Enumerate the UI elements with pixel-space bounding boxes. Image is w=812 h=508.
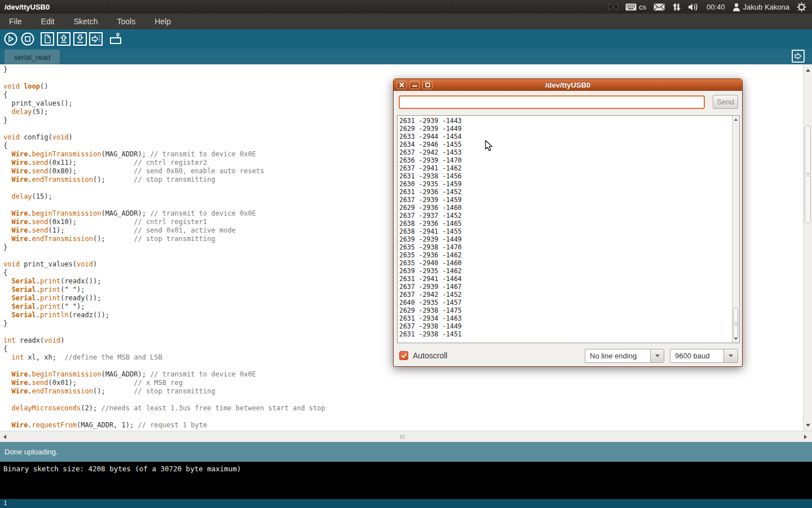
code-line: Wire.endTransmission(); // stop transmit… bbox=[3, 387, 803, 396]
menu-edit[interactable]: Edit bbox=[38, 15, 58, 28]
speaker-icon bbox=[688, 3, 699, 11]
serial-monitor-icon bbox=[108, 32, 123, 46]
baud-dropdown-button[interactable] bbox=[723, 349, 738, 363]
code-line: delayMicroseconds(2); //needs at least 1… bbox=[3, 404, 803, 413]
serial-data-row: 2631 -2941 -1464 bbox=[399, 275, 731, 283]
upload-icon bbox=[89, 32, 103, 46]
new-sketch-button[interactable] bbox=[41, 32, 54, 46]
minimize-button[interactable] bbox=[409, 81, 420, 89]
mail-indicator[interactable] bbox=[654, 3, 665, 11]
indicator-icon[interactable] bbox=[608, 3, 618, 11]
envelope-icon bbox=[654, 3, 665, 11]
send-button[interactable]: Send bbox=[713, 95, 738, 109]
maximize-icon bbox=[425, 82, 430, 87]
editor-vertical-scrollbar[interactable] bbox=[803, 64, 812, 431]
serial-scroll-up-arrow[interactable] bbox=[732, 116, 739, 123]
line-ending-value: No line ending bbox=[585, 349, 650, 363]
serial-monitor-controls: Autoscroll No line ending 9600 baud bbox=[394, 349, 742, 364]
system-tray: cs 00:40 Jakub Kakona bbox=[608, 2, 812, 12]
minimize-icon bbox=[412, 82, 417, 87]
clock[interactable]: 00:40 bbox=[707, 3, 725, 11]
window-title: /dev/ttyUSB0 bbox=[0, 3, 50, 11]
editor-horizontal-scrollbar[interactable] bbox=[0, 431, 812, 442]
menu-sketch[interactable]: Sketch bbox=[70, 15, 102, 28]
code-line: Wire.beginTransmission(MAG_ADDR); // tra… bbox=[3, 370, 803, 379]
close-button[interactable] bbox=[396, 81, 407, 89]
user-menu[interactable]: Jakub Kakona bbox=[732, 3, 789, 11]
tab-menu-button[interactable] bbox=[792, 50, 805, 63]
top-panel: /dev/ttyUSB0 cs 00:40 Jakub Kakona bbox=[0, 0, 812, 14]
serial-monitor-window: /dev/ttyUSB0 Send 2631 -2939 -14432629 -… bbox=[393, 78, 743, 367]
serial-scrollbar-thumb[interactable] bbox=[733, 308, 738, 339]
chevron-down-icon bbox=[655, 354, 660, 357]
serial-data-row: 2637 -2939 -1459 bbox=[399, 196, 731, 204]
stop-button[interactable] bbox=[20, 32, 35, 46]
serial-data-row: 2631 -2938 -1456 bbox=[399, 172, 731, 180]
scroll-up-arrow[interactable] bbox=[804, 65, 812, 75]
stop-icon bbox=[20, 32, 35, 46]
baud-rate-value: 9600 baud bbox=[670, 349, 723, 363]
serial-data-row: 2631 -2936 -1452 bbox=[399, 188, 731, 196]
status-bar: Done uploading. bbox=[0, 442, 812, 462]
status-message: Done uploading. bbox=[5, 448, 58, 456]
keyboard-layout-indicator[interactable]: cs bbox=[625, 3, 646, 11]
new-file-icon bbox=[41, 32, 54, 46]
serial-data-row: 2631 -2938 -1451 bbox=[399, 330, 731, 338]
mouse-cursor bbox=[485, 140, 493, 152]
open-sketch-button[interactable] bbox=[57, 32, 70, 46]
serial-data-row: 2638 -2941 -1455 bbox=[399, 227, 731, 235]
line-ending-dropdown-button[interactable] bbox=[650, 349, 664, 363]
serial-data-row: 2630 -2935 -1459 bbox=[399, 180, 731, 188]
serial-data-row: 2637 -2938 -1449 bbox=[399, 322, 731, 330]
baud-rate-select[interactable]: 9600 baud bbox=[670, 349, 738, 363]
desktop: /dev/ttyUSB0 cs 00:40 Jakub Kakona bbox=[0, 0, 812, 508]
serial-data-row: 2640 -2935 -1457 bbox=[399, 299, 731, 306]
tab-bar: serial_read bbox=[0, 49, 812, 64]
build-console: Binary sketch size: 4208 bytes (of a 307… bbox=[0, 462, 812, 499]
menu-help[interactable]: Help bbox=[151, 15, 174, 28]
serial-monitor-title: /dev/ttyUSB0 bbox=[394, 81, 742, 89]
serial-scroll-down-arrow[interactable] bbox=[732, 335, 739, 342]
serial-data-row: 2631 -2939 -1443 bbox=[399, 117, 731, 125]
scroll-left-arrow[interactable] bbox=[0, 431, 9, 443]
toolbar bbox=[0, 29, 812, 49]
serial-data-row: 2635 -2938 -1470 bbox=[399, 243, 731, 251]
autoscroll-label: Autoscroll bbox=[413, 351, 447, 360]
verify-icon bbox=[3, 32, 18, 46]
line-number-bar: 1 bbox=[0, 499, 812, 508]
serial-data-row: 2633 -2944 -1454 bbox=[399, 133, 731, 141]
network-traffic-indicator[interactable] bbox=[672, 3, 681, 11]
serial-data-row: 2637 -2941 -1462 bbox=[399, 164, 731, 172]
horizontal-scrollbar-grip[interactable] bbox=[400, 435, 404, 439]
volume-indicator[interactable] bbox=[688, 3, 699, 11]
line-ending-select[interactable]: No line ending bbox=[585, 349, 664, 363]
serial-data-row: 2637 -2942 -1452 bbox=[399, 291, 731, 299]
serial-data-row: 2637 -2937 -1452 bbox=[399, 212, 731, 220]
autoscroll-checkbox[interactable] bbox=[399, 351, 408, 360]
serial-data-row: 2635 -2940 -1460 bbox=[399, 259, 731, 267]
serial-scrollbar[interactable] bbox=[732, 116, 739, 343]
session-menu[interactable] bbox=[797, 2, 806, 12]
open-icon bbox=[57, 32, 70, 46]
code-line: Wire.requestFrom(MAG_ADDR, 1); // reques… bbox=[3, 421, 803, 430]
close-icon bbox=[399, 82, 404, 87]
scroll-right-arrow[interactable] bbox=[801, 431, 810, 443]
serial-send-input[interactable] bbox=[399, 95, 705, 109]
code-line bbox=[3, 413, 803, 421]
menu-tools[interactable]: Tools bbox=[114, 15, 139, 28]
scroll-down-arrow[interactable] bbox=[804, 421, 812, 430]
serial-data-row: 2637 -2939 -1467 bbox=[399, 283, 731, 291]
verify-button[interactable] bbox=[3, 32, 18, 46]
serial-output-area[interactable]: 2631 -2939 -14432629 -2939 -14492633 -29… bbox=[397, 115, 740, 343]
serial-data-row: 2638 -2936 -1465 bbox=[399, 220, 731, 227]
editor-scrollbar-thumb[interactable] bbox=[805, 125, 811, 224]
save-sketch-button[interactable] bbox=[73, 32, 87, 46]
serial-data-row: 2634 -2946 -1455 bbox=[399, 141, 731, 148]
serial-data-row: 2639 -2935 -1462 bbox=[399, 267, 731, 275]
tab-serial-read[interactable]: serial_read bbox=[5, 50, 60, 64]
upload-button[interactable] bbox=[89, 32, 103, 46]
serial-monitor-button[interactable] bbox=[108, 32, 123, 46]
serial-monitor-titlebar[interactable]: /dev/ttyUSB0 bbox=[394, 79, 742, 91]
menu-file[interactable]: File bbox=[6, 15, 25, 28]
maximize-button[interactable] bbox=[422, 81, 433, 89]
